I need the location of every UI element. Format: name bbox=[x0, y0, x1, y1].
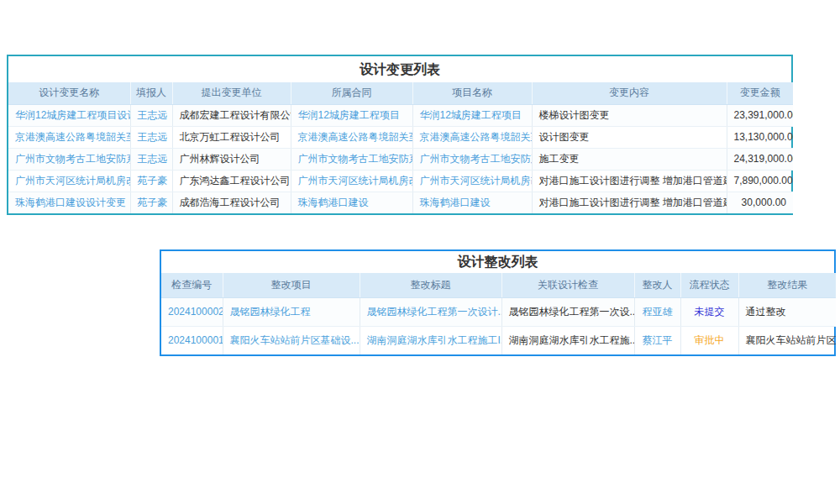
table-cell: 苑子豪 bbox=[130, 170, 172, 192]
cell-link[interactable]: 广州市天河区统计局机房改... bbox=[15, 175, 130, 186]
table-cell: 2024100002 bbox=[161, 297, 223, 326]
table-cell: 对港口施工设计图进行调整 增加港口管道建设工程 bbox=[532, 170, 727, 192]
cell-link[interactable]: 2024100002 bbox=[168, 306, 223, 318]
column-header: 项目名称 bbox=[412, 82, 532, 104]
table-row: 华润12城房建工程项目设计...王志远成都宏建工程设计有限公司华润12城房建工程… bbox=[8, 104, 793, 126]
table-cell: 王志远 bbox=[130, 148, 172, 170]
cell-text: 对港口施工设计图进行调整 增加港口管道建设工程 bbox=[539, 197, 727, 208]
table-cell: 广州市文物考古工地安防系... bbox=[412, 148, 532, 170]
table-cell: 广州市文物考古工地安防系... bbox=[291, 148, 412, 170]
cell-text: 成都浩海工程设计公司 bbox=[180, 197, 281, 208]
cell-link[interactable]: 王志远 bbox=[138, 131, 168, 143]
table-cell: 蔡江平 bbox=[634, 326, 680, 354]
table-row: 2024100002晟铭园林绿化工程晟铭园林绿化工程第一次设计...晟铭园林绿化… bbox=[161, 297, 836, 326]
design-rectification-table: 检查编号整改项目整改标题关联设计检查整改人流程状态整改结果 2024100002… bbox=[161, 273, 836, 354]
column-header: 关联设计检查 bbox=[501, 273, 634, 297]
table-cell: 晟铭园林绿化工程 bbox=[223, 297, 360, 326]
cell-link[interactable]: 广州市天河区统计局机房改... bbox=[420, 175, 533, 186]
cell-link[interactable]: 广州市文物考古工地安防系... bbox=[15, 153, 130, 165]
table-cell: 华润12城房建工程项目 bbox=[291, 104, 412, 126]
cell-link[interactable]: 2024100001 bbox=[168, 334, 223, 346]
table-cell: 通过整改 bbox=[738, 297, 836, 326]
table-header-row: 检查编号整改项目整改标题关联设计检查整改人流程状态整改结果 bbox=[161, 273, 836, 297]
table-cell: 30,000.00 bbox=[727, 192, 793, 213]
cell-link[interactable]: 苑子豪 bbox=[138, 175, 168, 186]
cell-link[interactable]: 京港澳高速公路粤境韶关至... bbox=[298, 131, 413, 143]
cell-link[interactable]: 湖南洞庭湖水库引水工程施工I... bbox=[367, 334, 502, 346]
cell-link[interactable]: 京港澳高速公路粤境韶关至... bbox=[420, 131, 533, 143]
cell-link[interactable]: 京港澳高速公路粤境韶关至... bbox=[15, 131, 130, 143]
table-cell: 王志远 bbox=[130, 104, 172, 126]
cell-text: 通过整改 bbox=[746, 306, 786, 318]
table-cell: 23,391,000.00 bbox=[727, 104, 793, 126]
cell-link[interactable]: 晟铭园林绿化工程第一次设计... bbox=[367, 306, 502, 318]
table-cell: 对港口施工设计图进行调整 增加港口管道建设工程 bbox=[532, 192, 727, 213]
cell-link[interactable]: 襄阳火车站站前片区基础设... bbox=[230, 334, 360, 346]
cell-link[interactable]: 苑子豪 bbox=[138, 197, 168, 208]
table-row: 珠海鹤港口建设设计变更苑子豪成都浩海工程设计公司珠海鹤港口建设珠海鹤港口建设对港… bbox=[8, 192, 793, 213]
table-cell: 广州市天河区统计局机房改... bbox=[8, 170, 130, 192]
column-header: 提出变更单位 bbox=[172, 82, 291, 104]
table-cell: 晟铭园林绿化工程第一次设... bbox=[501, 297, 634, 326]
table-cell: 施工变更 bbox=[532, 148, 727, 170]
table-cell: 京港澳高速公路粤境韶关至... bbox=[8, 126, 130, 148]
cell-link[interactable]: 蔡江平 bbox=[643, 334, 673, 346]
cell-text: 30,000.00 bbox=[742, 197, 786, 208]
table-cell: 王志远 bbox=[130, 126, 172, 148]
cell-text: 广州林辉设计公司 bbox=[180, 153, 260, 165]
table-cell: 广东鸿达鑫工程设计公司 bbox=[172, 170, 291, 192]
table-cell: 珠海鹤港口建设 bbox=[412, 192, 532, 213]
status-text: 审批中 bbox=[695, 334, 725, 346]
design-change-list-panel: 设计变更列表 设计变更名称填报人提出变更单位所属合同项目名称变更内容变更金额 华… bbox=[7, 55, 793, 215]
table-cell: 广州林辉设计公司 bbox=[172, 148, 291, 170]
cell-link[interactable]: 程亚雄 bbox=[643, 306, 673, 318]
table-row: 广州市文物考古工地安防系...王志远广州林辉设计公司广州市文物考古工地安防系..… bbox=[8, 148, 793, 170]
table-cell: 北京万虹工程设计公司 bbox=[172, 126, 291, 148]
column-header: 变更金额 bbox=[727, 82, 793, 104]
cell-link[interactable]: 广州市文物考古工地安防系... bbox=[420, 153, 533, 165]
table-cell: 苑子豪 bbox=[130, 192, 172, 213]
cell-text: 襄阳火车站站前片区... bbox=[746, 334, 837, 346]
cell-text: 北京万虹工程设计公司 bbox=[180, 131, 281, 143]
cell-text: 13,130,000.00 bbox=[734, 131, 794, 143]
cell-text: 湖南洞庭湖水库引水工程施... bbox=[509, 334, 635, 346]
cell-text: 楼梯设计图变更 bbox=[539, 109, 610, 121]
table-cell: 7,890,000.00 bbox=[727, 170, 793, 192]
table-row: 京港澳高速公路粤境韶关至...王志远北京万虹工程设计公司京港澳高速公路粤境韶关至… bbox=[8, 126, 793, 148]
cell-link[interactable]: 华润12城房建工程项目设计... bbox=[15, 109, 130, 121]
column-header: 填报人 bbox=[130, 82, 172, 104]
table-cell: 湖南洞庭湖水库引水工程施工I... bbox=[360, 326, 501, 354]
cell-text: 23,391,000.00 bbox=[734, 109, 794, 121]
column-header: 整改项目 bbox=[223, 273, 360, 297]
table-cell: 楼梯设计图变更 bbox=[532, 104, 727, 126]
column-header: 设计变更名称 bbox=[8, 82, 130, 104]
cell-link[interactable]: 珠海鹤港口建设设计变更 bbox=[15, 197, 126, 208]
cell-link[interactable]: 晟铭园林绿化工程 bbox=[230, 306, 311, 318]
column-header: 变更内容 bbox=[532, 82, 727, 104]
cell-link[interactable]: 广州市天河区统计局机房改... bbox=[298, 175, 413, 186]
cell-text: 设计图变更 bbox=[539, 131, 590, 143]
cell-link[interactable]: 华润12城房建工程项目 bbox=[420, 109, 522, 121]
table-cell: 华润12城房建工程项目设计... bbox=[8, 104, 130, 126]
cell-link[interactable]: 广州市文物考古工地安防系... bbox=[298, 153, 413, 165]
column-header: 整改结果 bbox=[738, 273, 836, 297]
table-row: 广州市天河区统计局机房改...苑子豪广东鸿达鑫工程设计公司广州市天河区统计局机房… bbox=[8, 170, 793, 192]
cell-text: 施工变更 bbox=[539, 153, 580, 165]
table-cell: 湖南洞庭湖水库引水工程施... bbox=[501, 326, 634, 354]
table-cell: 襄阳火车站站前片区基础设... bbox=[223, 326, 360, 354]
table-cell: 24,319,000.00 bbox=[727, 148, 793, 170]
cell-link[interactable]: 珠海鹤港口建设 bbox=[298, 197, 369, 208]
table-cell: 珠海鹤港口建设 bbox=[291, 192, 412, 213]
table-cell: 珠海鹤港口建设设计变更 bbox=[8, 192, 130, 213]
cell-link[interactable]: 王志远 bbox=[138, 109, 168, 121]
column-header: 所属合同 bbox=[291, 82, 412, 104]
cell-link[interactable]: 王志远 bbox=[138, 153, 168, 165]
status-text: 未提交 bbox=[695, 306, 725, 318]
table-cell: 程亚雄 bbox=[634, 297, 680, 326]
cell-link[interactable]: 珠海鹤港口建设 bbox=[420, 197, 491, 208]
table-cell: 广州市天河区统计局机房改... bbox=[291, 170, 412, 192]
table-cell: 广州市文物考古工地安防系... bbox=[8, 148, 130, 170]
column-header: 检查编号 bbox=[161, 273, 223, 297]
table-row: 2024100001襄阳火车站站前片区基础设...湖南洞庭湖水库引水工程施工I.… bbox=[161, 326, 836, 354]
cell-link[interactable]: 华润12城房建工程项目 bbox=[298, 109, 400, 121]
